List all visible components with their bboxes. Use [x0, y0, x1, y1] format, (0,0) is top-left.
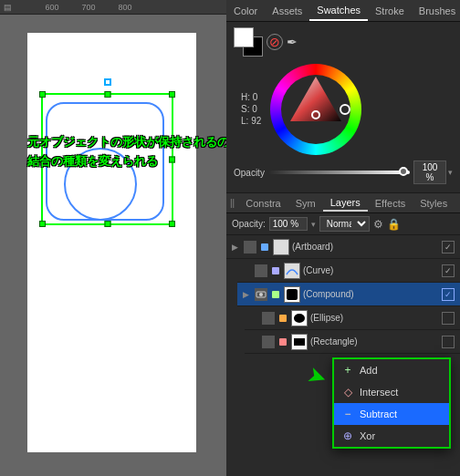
tab-assets[interactable]: Assets	[265, 0, 309, 21]
check-ellipse[interactable]	[442, 312, 455, 325]
rotation-handle[interactable]	[104, 78, 111, 86]
opacity-row: Opacity 100 % ▾	[234, 158, 453, 187]
ruler-600: 600	[34, 3, 70, 12]
compound-subtract-item[interactable]: − Subtract	[334, 403, 449, 425]
layer-item-ellipse[interactable]: (Ellipse)	[245, 306, 460, 330]
tab-sym[interactable]: Sym	[288, 196, 323, 211]
right-panel-wrapper: Color Assets Swatches Stroke Brushes ≡ ⊘…	[226, 0, 460, 476]
check-curve[interactable]: ✓	[442, 264, 455, 277]
layer-item-rectangle[interactable]: (Rectangle)	[245, 330, 460, 354]
tab-swatches[interactable]: Swatches	[309, 0, 368, 21]
tab-effects[interactable]: Effects	[368, 196, 413, 211]
canvas-content[interactable]: 元オブジェクトの形状が保持されるので 結合の種類を変えられる	[0, 15, 226, 476]
xor-label: Xor	[360, 430, 375, 441]
svg-point-7	[294, 314, 305, 323]
check-compound[interactable]: ✓	[442, 288, 455, 301]
xor-icon: ⊕	[341, 429, 354, 442]
eye-icon-compound[interactable]	[255, 288, 267, 301]
handle-br[interactable]	[169, 221, 175, 227]
subtract-label: Subtract	[360, 409, 397, 419]
handle-tm[interactable]	[104, 91, 110, 98]
layers-opacity-input[interactable]	[269, 217, 308, 231]
color-section: ⊘ ✒ H: 0 S: 0 L: 92	[226, 22, 460, 193]
handle-tl[interactable]	[39, 91, 46, 98]
compound-add-item[interactable]: + Add	[334, 359, 449, 381]
handle-bm[interactable]	[104, 221, 110, 227]
opacity-dropdown-arrow[interactable]: ▾	[311, 220, 316, 229]
hsl-l-row: L: 92	[241, 116, 261, 126]
svg-rect-8	[294, 338, 305, 346]
hsl-values: H: 0 S: 0 L: 92	[241, 92, 261, 128]
color-tools: ⊘ ✒	[234, 27, 453, 57]
layers-tabs: || Constra Sym Layers Effects Styles	[226, 193, 460, 213]
layer-color-curve	[272, 267, 279, 274]
panel-tabs: Color Assets Swatches Stroke Brushes ≡	[226, 0, 460, 22]
eye-icon-rectangle[interactable]	[262, 336, 275, 348]
handle-tr[interactable]	[169, 91, 175, 98]
tab-stroke[interactable]: Stroke	[368, 0, 412, 21]
opacity-thumb[interactable]	[399, 167, 408, 176]
opacity-arrow[interactable]: ▾	[448, 168, 453, 177]
layers-settings-icon[interactable]: ⚙	[373, 218, 383, 231]
eye-icon-curve[interactable]	[255, 264, 267, 277]
ruler-marks: 600 700 800	[34, 3, 143, 12]
opacity-value[interactable]: 100 %	[413, 160, 446, 184]
layer-item-artboard[interactable]: ▶ (Artboard) ✓	[226, 235, 460, 259]
expand-icon-compound[interactable]: ▶	[243, 290, 252, 299]
opacity-label: Opacity:	[232, 219, 266, 229]
compound-intersect-item[interactable]: ◇ Intersect	[334, 381, 449, 403]
ruler-800: 800	[107, 3, 143, 12]
check-artboard[interactable]: ✓	[442, 241, 455, 254]
tab-constra[interactable]: Constra	[238, 196, 288, 211]
layer-item-curve[interactable]: (Curve) ✓	[237, 259, 460, 283]
svg-point-6	[259, 293, 263, 296]
thumb-compound	[284, 286, 300, 303]
thumb-curve	[284, 263, 300, 279]
hsl-s-row: S: 0	[241, 104, 261, 114]
layer-name-ellipse: (Ellipse)	[310, 313, 439, 323]
eye-icon-artboard[interactable]	[244, 241, 256, 254]
layer-name-rectangle: (Rectangle)	[310, 336, 439, 347]
expand-icon-artboard[interactable]: ▶	[232, 243, 241, 252]
intersect-label: Intersect	[360, 387, 398, 398]
compound-xor-item[interactable]: ⊕ Xor	[334, 425, 449, 447]
thumb-rectangle	[291, 334, 308, 350]
tab-styles[interactable]: Styles	[413, 196, 455, 211]
no-color-icon[interactable]: ⊘	[267, 34, 283, 50]
thumb-ellipse	[291, 310, 308, 326]
ruler-corner: ▤	[4, 3, 12, 12]
tab-brushes[interactable]: Brushes	[412, 0, 460, 21]
layer-item-compound[interactable]: ▶ (Compound) ✓	[237, 283, 460, 306]
tab-layers[interactable]: Layers	[323, 195, 368, 212]
eye-icon-ellipse[interactable]	[262, 312, 275, 325]
ruler-top: ▤ 600 700 800	[0, 0, 226, 15]
eyedropper-icon[interactable]: ✒	[287, 35, 298, 49]
color-wheel-svg[interactable]	[268, 62, 364, 158]
front-swatch[interactable]	[234, 27, 254, 47]
thumb-artboard	[273, 239, 289, 255]
layer-color-rectangle	[279, 338, 287, 346]
canvas-area: ▤ 600 700 800	[0, 0, 226, 476]
intersect-icon: ◇	[341, 386, 354, 398]
layer-color-artboard	[261, 243, 268, 251]
layer-name-compound: (Compound)	[303, 289, 439, 299]
add-label: Add	[360, 365, 378, 376]
layer-name-artboard: (Artboard)	[292, 242, 439, 252]
layer-name-curve: (Curve)	[303, 265, 439, 275]
add-icon: +	[341, 364, 354, 377]
compound-popup: + Add ◇ Intersect − Subtract ⊕ Xor	[332, 357, 451, 449]
blend-mode-select[interactable]: Normal	[319, 216, 370, 232]
subtract-icon: −	[341, 408, 354, 420]
color-wheel-container[interactable]	[268, 62, 364, 158]
tab-color[interactable]: Color	[226, 0, 265, 21]
layer-color-compound	[272, 291, 279, 298]
check-rectangle[interactable]	[442, 336, 455, 348]
panel-grip: ||	[226, 198, 238, 208]
layers-lock-icon[interactable]: 🔒	[387, 218, 401, 231]
opacity-value-group: 100 % ▾	[413, 160, 453, 184]
layers-header: Opacity: ▾ Normal ⚙ 🔒	[226, 213, 460, 235]
tooltip-bubble: 元オブジェクトの形状が保持されるので 結合の種類を変えられる	[27, 133, 226, 171]
opacity-slider[interactable]	[268, 171, 410, 174]
handle-bl[interactable]	[39, 221, 46, 227]
swatch-pair[interactable]	[234, 27, 263, 57]
